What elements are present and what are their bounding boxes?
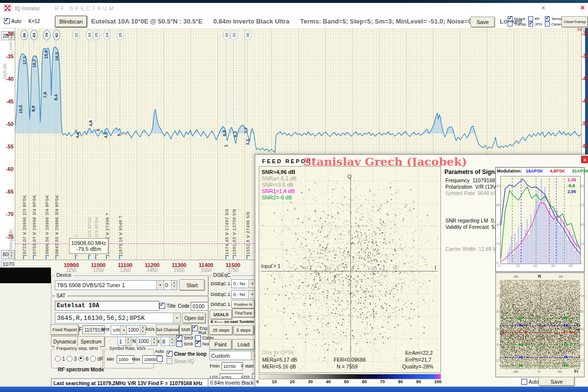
clear-loop-checkbox-box[interactable] [167,351,172,357]
auto-sr-checkbox[interactable] [157,356,163,362]
toolbar-checkbox-box[interactable] [508,16,513,21]
avg-spinner-value[interactable]: 1 [118,337,125,345]
toolbar-checkbox-transp[interactable]: Transp. [508,22,527,26]
sm3-checkbox[interactable]: Sm3 [176,335,193,341]
constellation-panel: SNR=4,96 dBSNRa=-6.2 dBSNRr=3,6 dBSNR1=1… [259,166,441,373]
spectrum-button[interactable]: Spectrum [77,336,105,347]
app-window: IQ monitor RF SPECTRUM ✕ ✕ Auto K=12 Bli… [0,0,588,392]
show-iq-checkbox[interactable]: Show I/Q [167,358,194,364]
noise-checkbox-box[interactable] [195,341,201,347]
feed-close-icon[interactable]: x [581,156,588,163]
symbolrate-arrows[interactable] [140,326,146,334]
rus-label[interactable]: Rus [198,330,206,335]
symbolrate-spinner[interactable]: 1000 [126,325,146,335]
phase-auto-checkbox[interactable]: Auto [521,379,539,385]
phase-save-button[interactable]: Save [539,377,575,386]
diseqc11-select[interactable]: 0 - No [231,290,256,299]
points-spinner-value[interactable]: 1000 [137,337,151,345]
radio-circle[interactable] [78,356,84,362]
close-icon[interactable]: ✕ [541,5,545,11]
phase-auto-checkbox-box[interactable] [521,379,527,385]
steps5-button[interactable]: 5 steps [233,325,254,335]
cleantransp-button[interactable]: CleanTransp [562,16,588,27]
auto-checkbox[interactable]: Auto [4,18,22,24]
paint-button[interactable]: Paint [209,339,232,350]
freq-step-radio-3[interactable]: 3 [67,356,77,362]
position-button[interactable]: Position N [231,300,255,309]
tuner-index-value[interactable]: 0 [164,281,171,290]
usals-button[interactable]: USALS [210,310,232,319]
lnb-preset-select[interactable]: Custom [209,351,259,360]
level-badge-value: 30 [245,33,250,37]
toolbar-checkbox-box[interactable] [545,22,550,26]
badge-drop-line [46,40,47,43]
level-spinner-arrows[interactable] [8,250,14,258]
feed-report-button[interactable]: Feed Report [50,324,79,335]
avg-spinner[interactable]: 1 [118,337,131,346]
mod-xtick: 80 [569,264,573,268]
satellite-name-field[interactable]: Eutelsat 10A [55,301,159,311]
toolbar-checkbox-terms[interactable]: Terms [545,16,562,21]
load-button[interactable]: Load [232,339,255,350]
phase-threshold-label: 16 [518,355,523,359]
auto-checkbox-box[interactable] [4,18,10,24]
tuner-index-spinner[interactable]: 0 [164,280,177,290]
show-iq-checkbox-box[interactable] [167,358,172,364]
clear-loop-checkbox[interactable]: Clear the loop [167,351,207,357]
set-channel-button[interactable]: Set Channel [156,324,179,335]
symbolrate-value[interactable]: 1000 [127,326,140,334]
mult-spinner-arrows[interactable] [169,337,175,345]
freq-step-radio-1[interactable]: 1 [55,356,65,362]
toolbar-checkbox-spectr[interactable]: Spectr [508,16,525,21]
radio-circle[interactable] [55,356,61,362]
toolbar-checkbox-box[interactable] [508,22,513,26]
level-spinner-value[interactable]: 80 [1,250,8,258]
fmin-field[interactable]: 10700 [221,362,243,370]
tuner-index-arrows[interactable] [171,281,177,290]
modulation-legend-item: 4,8PSK [550,169,565,173]
eng-checkbox-box[interactable] [192,325,198,331]
toolbar-checkbox-box[interactable] [545,16,550,21]
dynamical-button[interactable]: Dynamical [51,336,78,347]
radio-circle[interactable] [90,356,96,362]
open-list-button[interactable]: Open list [182,313,206,323]
steps25-button[interactable]: 25 steps [209,325,233,335]
tuner-select[interactable]: TBS 6908 DVBS/S2 Tuner 1 [55,280,164,290]
sm9-checkbox-box[interactable] [176,341,182,347]
x-label: x [157,339,160,344]
transponder-label: 10842,55 V 29996 3/4 8PSK [54,195,59,257]
finetune-button[interactable]: FineTune [232,309,255,318]
title-checkbox[interactable]: Title [159,303,176,309]
mult-spinner[interactable]: 8 [161,337,175,346]
level-axis-label: Level,% [8,37,13,53]
avg-spinner-arrows[interactable] [125,337,131,345]
start-button[interactable]: Start [179,279,205,291]
blindscan-button[interactable]: Blindscan [55,16,87,27]
quality-scale-tick: 30 [308,379,313,384]
diseqc10-select[interactable]: 0 - No [231,279,256,288]
transponder-label: 10723,07 V 29996 2/3 8PSK [22,195,27,257]
auto-sr-checkbox-box[interactable] [157,356,163,362]
toolbar-checkbox-clean[interactable]: Clean [545,22,562,26]
points-spinner-arrows[interactable] [151,337,157,345]
channel-select[interactable]: 3645,R,16130,56,S2;8PSK [55,313,181,323]
close-window-icon[interactable]: ✕ [580,4,585,11]
mult-spinner-value[interactable]: 8 [161,337,169,345]
radio-circle[interactable] [67,356,73,362]
sm9-checkbox[interactable]: Sm9 [176,341,193,347]
save-button[interactable]: Save [470,17,495,27]
sm3-checkbox-box[interactable] [176,335,182,341]
title-checkbox-box[interactable] [159,303,165,309]
toolbar-checkbox-box[interactable] [528,22,533,26]
snr-button[interactable]: SNR [179,324,192,335]
polarization-select[interactable]: V/R [111,325,128,335]
freq-step-radio-6[interactable]: 6 [78,356,89,362]
level-spinner[interactable]: 80 [1,250,15,259]
clear-loop-label: Clear the loop [174,351,207,357]
chevron-down-icon[interactable] [156,281,164,290]
chevron-down-icon[interactable] [173,313,180,323]
freq-step-radio-dF[interactable]: dF [90,356,103,362]
toolbar-checkbox-jpg[interactable]: JPG [528,22,542,26]
code-field[interactable]: 0100 [191,302,208,311]
points-spinner[interactable]: 1000 [137,337,157,346]
